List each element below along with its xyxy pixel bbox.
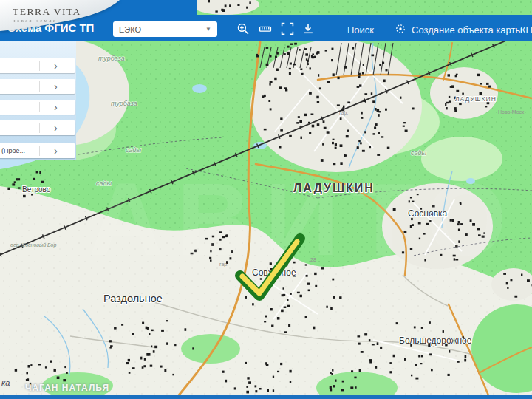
map-label: 28 <box>310 257 316 262</box>
chevron-right-icon[interactable]: › <box>54 143 58 158</box>
map-label-sosnovka: Сосновка <box>408 208 448 219</box>
measure-icon[interactable] <box>259 22 272 35</box>
photo-watermark: АВИТО <box>89 161 520 277</box>
map-label-ladushkin: ЛАДУШКИН <box>293 182 375 194</box>
layers-sidebar: › › › › (Прое... › <box>0 41 76 160</box>
map-label-ladushkin-station: ЛАДУШКИН <box>455 95 497 103</box>
chevron-right-icon[interactable]: › <box>54 100 58 115</box>
logo-subtitle: новая земля <box>13 18 58 23</box>
zoom-in-icon[interactable] <box>236 22 250 35</box>
row-divider <box>39 61 40 71</box>
sidebar-row-3[interactable]: › <box>0 100 75 115</box>
user-watermark: ЧАГАН НАТАЛЬЯ <box>25 383 109 393</box>
map-pond <box>192 84 207 93</box>
search-button[interactable]: Поиск <box>347 24 374 35</box>
sidebar-row-4[interactable]: › <box>0 120 75 135</box>
caret-down-icon: ▼ <box>205 26 211 33</box>
sidebar-row-1[interactable]: › <box>0 58 75 73</box>
terra-vita-logo: TERRA VITA новая земля <box>0 0 126 38</box>
screenshot-stage: АВИТО турбаза турбаза сады сады сады Вет… <box>0 0 532 399</box>
map-label: сады <box>126 146 141 154</box>
target-icon <box>395 23 406 35</box>
row-divider <box>39 123 40 133</box>
map-label-razdolnoe: Раздольное <box>103 293 163 304</box>
map-label: оср. Сосновый Бор <box>10 242 56 248</box>
map-canvas[interactable]: АВИТО турбаза турбаза сады сады сады Вет… <box>0 0 532 399</box>
extent-icon[interactable] <box>281 22 294 35</box>
chevron-right-icon[interactable]: › <box>54 58 58 73</box>
map-label: гар. <box>339 110 348 116</box>
map-label-bolshedorozhnoe: Большедорожное <box>399 335 472 346</box>
map-label: сады <box>411 149 426 157</box>
map-label: сады <box>96 180 112 187</box>
map-label: турбаза <box>98 55 125 62</box>
logo-title: TERRA VITA <box>13 6 81 17</box>
chevron-right-icon[interactable]: › <box>54 79 58 94</box>
sidebar-row-2[interactable]: › <box>0 79 75 94</box>
map-label-vetrovo: Ветрово <box>22 185 51 194</box>
map-settlement-area <box>430 67 498 119</box>
map-label: турбаза <box>111 100 137 107</box>
bottom-blue-strip <box>0 395 532 399</box>
kp-button-truncated[interactable]: КП <box>520 24 532 35</box>
map-settlement-area <box>250 39 422 172</box>
map-label: ка <box>1 378 10 387</box>
row-divider <box>39 102 40 112</box>
basemap-select[interactable]: ЕЭКО ▼ <box>113 21 217 37</box>
chevron-right-icon[interactable]: › <box>54 120 58 135</box>
create-map-object-button[interactable]: Создание объекта карты <box>412 24 522 35</box>
row-divider <box>39 146 40 156</box>
sidebar-row-5[interactable]: (Прое... › <box>0 143 75 158</box>
row-divider <box>39 81 40 92</box>
sidebar-row-label: (Прое... <box>1 147 25 154</box>
toolbar-separator <box>327 19 327 36</box>
map-forest-patch <box>181 334 240 364</box>
map-label: гар. <box>219 262 228 267</box>
map-label: Ново-Моск <box>498 109 525 115</box>
download-icon[interactable] <box>301 22 315 35</box>
